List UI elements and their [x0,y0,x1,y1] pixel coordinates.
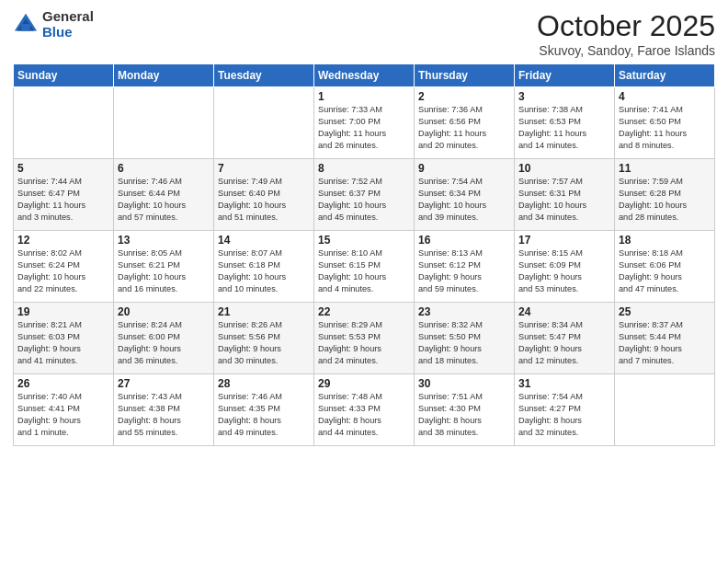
calendar-cell: 21Sunrise: 8:26 AM Sunset: 5:56 PM Dayli… [214,303,314,374]
day-info: Sunrise: 8:29 AM Sunset: 5:53 PM Dayligh… [318,319,410,367]
day-number: 19 [17,305,109,318]
day-info: Sunrise: 7:38 AM Sunset: 6:53 PM Dayligh… [518,104,610,152]
weekday-header-row: SundayMondayTuesdayWednesdayThursdayFrid… [14,64,715,87]
day-number: 9 [418,162,510,175]
calendar-cell: 17Sunrise: 8:15 AM Sunset: 6:09 PM Dayli… [515,231,615,303]
day-info: Sunrise: 7:44 AM Sunset: 6:47 PM Dayligh… [17,176,109,224]
calendar-week-3: 12Sunrise: 8:02 AM Sunset: 6:24 PM Dayli… [14,231,715,303]
calendar-cell [214,87,314,159]
day-number: 14 [218,234,310,247]
calendar-cell: 5Sunrise: 7:44 AM Sunset: 6:47 PM Daylig… [14,159,114,231]
calendar-cell: 27Sunrise: 7:43 AM Sunset: 4:38 PM Dayli… [114,374,214,446]
logo-general: General [42,9,94,25]
logo-text: General Blue [42,9,94,40]
calendar-week-2: 5Sunrise: 7:44 AM Sunset: 6:47 PM Daylig… [14,159,715,231]
calendar-header: SundayMondayTuesdayWednesdayThursdayFrid… [14,64,715,87]
day-info: Sunrise: 7:40 AM Sunset: 4:41 PM Dayligh… [17,391,109,439]
weekday-header-friday: Friday [515,64,615,87]
day-number: 3 [518,90,610,103]
day-number: 21 [218,305,310,318]
day-info: Sunrise: 7:33 AM Sunset: 7:00 PM Dayligh… [318,104,410,152]
day-number: 4 [619,90,711,103]
header: General Blue October 2025 Skuvoy, Sandoy… [13,9,715,58]
calendar-cell: 4Sunrise: 7:41 AM Sunset: 6:50 PM Daylig… [615,87,715,159]
day-number: 1 [318,90,410,103]
calendar-week-1: 1Sunrise: 7:33 AM Sunset: 7:00 PM Daylig… [14,87,715,159]
calendar-cell: 13Sunrise: 8:05 AM Sunset: 6:21 PM Dayli… [114,231,214,303]
calendar-cell: 26Sunrise: 7:40 AM Sunset: 4:41 PM Dayli… [14,374,114,446]
calendar-cell [14,87,114,159]
calendar-cell: 7Sunrise: 7:49 AM Sunset: 6:40 PM Daylig… [214,159,314,231]
calendar-cell: 28Sunrise: 7:46 AM Sunset: 4:35 PM Dayli… [214,374,314,446]
day-number: 26 [17,377,109,390]
day-info: Sunrise: 7:59 AM Sunset: 6:28 PM Dayligh… [619,176,711,224]
day-number: 22 [318,305,410,318]
calendar-cell: 30Sunrise: 7:51 AM Sunset: 4:30 PM Dayli… [415,374,515,446]
day-number: 17 [518,234,610,247]
day-number: 31 [518,377,610,390]
weekday-header-wednesday: Wednesday [314,64,415,87]
day-number: 2 [418,90,510,103]
location-subtitle: Skuvoy, Sandoy, Faroe Islands [537,43,715,58]
day-number: 5 [17,162,109,175]
calendar-cell: 14Sunrise: 8:07 AM Sunset: 6:18 PM Dayli… [214,231,314,303]
logo-blue: Blue [42,25,94,40]
logo-icon [13,12,39,38]
day-number: 29 [318,377,410,390]
day-number: 10 [518,162,610,175]
calendar-week-5: 26Sunrise: 7:40 AM Sunset: 4:41 PM Dayli… [14,374,715,446]
day-info: Sunrise: 7:48 AM Sunset: 4:33 PM Dayligh… [318,391,410,439]
day-info: Sunrise: 7:49 AM Sunset: 6:40 PM Dayligh… [218,176,310,224]
calendar-cell: 3Sunrise: 7:38 AM Sunset: 6:53 PM Daylig… [515,87,615,159]
calendar-cell: 2Sunrise: 7:36 AM Sunset: 6:56 PM Daylig… [415,87,515,159]
day-info: Sunrise: 8:18 AM Sunset: 6:06 PM Dayligh… [619,247,711,295]
month-title: October 2025 [537,9,715,43]
calendar-cell: 29Sunrise: 7:48 AM Sunset: 4:33 PM Dayli… [314,374,415,446]
day-number: 12 [17,234,109,247]
logo: General Blue [13,9,94,40]
day-info: Sunrise: 8:34 AM Sunset: 5:47 PM Dayligh… [518,319,610,367]
calendar-body: 1Sunrise: 7:33 AM Sunset: 7:00 PM Daylig… [14,87,715,446]
day-info: Sunrise: 7:57 AM Sunset: 6:31 PM Dayligh… [518,176,610,224]
calendar-cell: 23Sunrise: 8:32 AM Sunset: 5:50 PM Dayli… [415,303,515,374]
calendar-cell: 19Sunrise: 8:21 AM Sunset: 6:03 PM Dayli… [14,303,114,374]
day-number: 16 [418,234,510,247]
day-info: Sunrise: 7:36 AM Sunset: 6:56 PM Dayligh… [418,104,510,152]
calendar-table: SundayMondayTuesdayWednesdayThursdayFrid… [13,63,715,446]
weekday-header-saturday: Saturday [615,64,715,87]
day-info: Sunrise: 8:37 AM Sunset: 5:44 PM Dayligh… [619,319,711,367]
day-number: 30 [418,377,510,390]
day-number: 18 [619,234,711,247]
calendar-cell: 1Sunrise: 7:33 AM Sunset: 7:00 PM Daylig… [314,87,415,159]
calendar-week-4: 19Sunrise: 8:21 AM Sunset: 6:03 PM Dayli… [14,303,715,374]
day-number: 20 [118,305,210,318]
day-info: Sunrise: 7:54 AM Sunset: 4:27 PM Dayligh… [518,391,610,439]
day-info: Sunrise: 7:41 AM Sunset: 6:50 PM Dayligh… [619,104,711,152]
day-number: 24 [518,305,610,318]
calendar-cell: 12Sunrise: 8:02 AM Sunset: 6:24 PM Dayli… [14,231,114,303]
calendar-cell: 6Sunrise: 7:46 AM Sunset: 6:44 PM Daylig… [114,159,214,231]
weekday-header-monday: Monday [114,64,214,87]
day-number: 25 [619,305,711,318]
day-info: Sunrise: 8:05 AM Sunset: 6:21 PM Dayligh… [118,247,210,295]
day-number: 28 [218,377,310,390]
day-info: Sunrise: 8:13 AM Sunset: 6:12 PM Dayligh… [418,247,510,295]
calendar-cell: 8Sunrise: 7:52 AM Sunset: 6:37 PM Daylig… [314,159,415,231]
day-info: Sunrise: 7:54 AM Sunset: 6:34 PM Dayligh… [418,176,510,224]
day-info: Sunrise: 7:51 AM Sunset: 4:30 PM Dayligh… [418,391,510,439]
day-info: Sunrise: 7:43 AM Sunset: 4:38 PM Dayligh… [118,391,210,439]
day-info: Sunrise: 8:24 AM Sunset: 6:00 PM Dayligh… [118,319,210,367]
calendar-cell: 11Sunrise: 7:59 AM Sunset: 6:28 PM Dayli… [615,159,715,231]
day-info: Sunrise: 8:15 AM Sunset: 6:09 PM Dayligh… [518,247,610,295]
weekday-header-thursday: Thursday [415,64,515,87]
weekday-header-tuesday: Tuesday [214,64,314,87]
calendar-cell: 22Sunrise: 8:29 AM Sunset: 5:53 PM Dayli… [314,303,415,374]
day-info: Sunrise: 7:52 AM Sunset: 6:37 PM Dayligh… [318,176,410,224]
calendar-cell: 15Sunrise: 8:10 AM Sunset: 6:15 PM Dayli… [314,231,415,303]
title-section: October 2025 Skuvoy, Sandoy, Faroe Islan… [537,9,715,58]
calendar-cell: 31Sunrise: 7:54 AM Sunset: 4:27 PM Dayli… [515,374,615,446]
day-number: 11 [619,162,711,175]
day-info: Sunrise: 8:10 AM Sunset: 6:15 PM Dayligh… [318,247,410,295]
day-info: Sunrise: 7:46 AM Sunset: 4:35 PM Dayligh… [218,391,310,439]
day-info: Sunrise: 8:32 AM Sunset: 5:50 PM Dayligh… [418,319,510,367]
